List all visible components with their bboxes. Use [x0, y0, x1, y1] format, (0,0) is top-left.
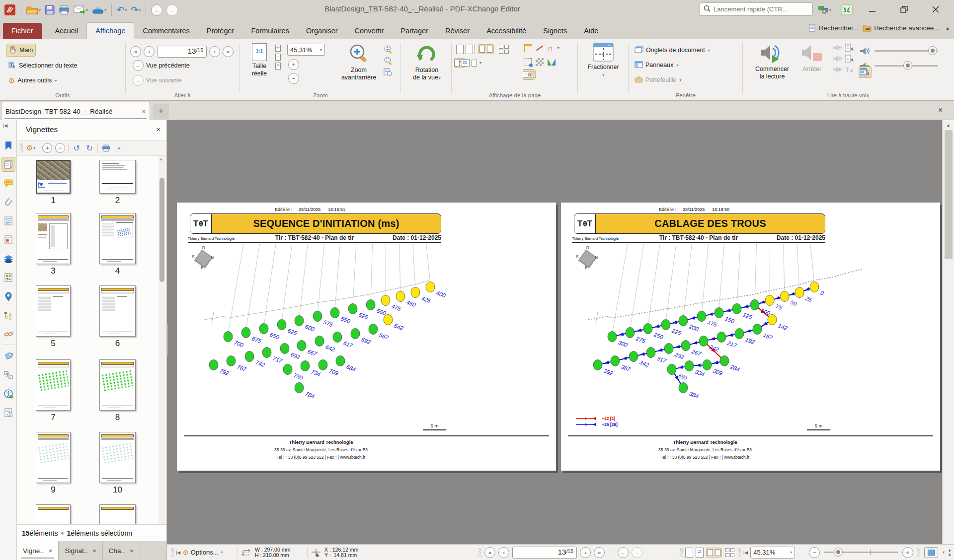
page-number-field[interactable]: 13/15 [157, 46, 207, 58]
restore-button[interactable] [893, 2, 916, 17]
zoom-in-button[interactable]: + [288, 59, 299, 70]
page-thumbnail-9[interactable] [36, 432, 71, 483]
links-panel-icon[interactable] [1, 327, 15, 342]
print-button[interactable] [58, 3, 71, 16]
close-button[interactable] [924, 2, 947, 17]
open-file-button[interactable]: ▾ [25, 3, 42, 16]
status-next-page-button[interactable]: › [580, 547, 591, 558]
page-thumbnail-7[interactable] [36, 359, 71, 411]
minimize-button[interactable] [861, 2, 884, 17]
status-zoom-slider[interactable] [824, 552, 898, 553]
tab-champs[interactable]: Cha..× [103, 541, 140, 560]
status-options-button[interactable]: Options... [191, 549, 219, 556]
close-icon[interactable]: × [92, 547, 96, 555]
fit-height-icon[interactable]: ↕ [523, 71, 528, 78]
layers-panel-icon[interactable] [1, 251, 15, 266]
panel-scroll-up-icon[interactable]: ▴ [160, 157, 162, 161]
zoom-out-button[interactable]: − [288, 73, 299, 84]
read-next-icon[interactable] [833, 55, 842, 63]
read-prev-icon[interactable] [833, 44, 842, 52]
status-last-page-button[interactable]: » [594, 547, 605, 558]
quick-launch-search[interactable] [700, 2, 813, 16]
zoom-in-out-button[interactable]: Zoomavant/arrière [329, 42, 389, 81]
status-two-page-icon[interactable] [706, 548, 722, 558]
status-zoom-combo[interactable]: 45.31%▾ [750, 547, 795, 559]
destinations-panel-icon[interactable] [1, 289, 15, 304]
zoom-level-combo[interactable]: 45.31%▾ [287, 44, 325, 56]
stop-reading-button[interactable]: Arrêter [798, 41, 826, 73]
zoom-vertical-icon[interactable] [384, 45, 393, 54]
single-page-icon[interactable] [456, 45, 464, 54]
close-icon[interactable]: × [49, 547, 53, 555]
fit-page-icon[interactable]: ✛ [275, 45, 281, 52]
document-tabs-button[interactable]: Onglets de document▾ [632, 44, 713, 57]
snap-magnet-icon[interactable]: ∩ [548, 44, 553, 52]
status-first-page-button[interactable]: « [484, 547, 495, 558]
page-thumbnail-1[interactable] [36, 160, 71, 194]
bookmarks-panel-icon[interactable] [1, 138, 15, 153]
page-thumbnail-3[interactable] [36, 213, 71, 264]
tags-panel-icon[interactable] [1, 349, 15, 363]
previous-view-button[interactable]: ← [150, 3, 163, 16]
tab-bar-close-icon[interactable]: × [938, 106, 943, 115]
menu-tab-protéger[interactable]: Protéger [198, 23, 243, 39]
page-thumbnail-8[interactable] [99, 359, 136, 411]
page-thumbnail-12[interactable] [99, 504, 136, 524]
document-tab-close-icon[interactable]: × [142, 108, 146, 115]
more-tools-icon[interactable]: » [114, 142, 124, 154]
fields-panel-icon[interactable] [1, 213, 15, 228]
main-tool-button[interactable]: Main [6, 44, 36, 57]
menu-tab-aide[interactable]: Aide [575, 23, 607, 39]
last-page-button[interactable]: » [223, 46, 234, 57]
guides-icon[interactable] [536, 44, 544, 52]
next-view-ribbon-button[interactable]: → Vue suivante [130, 74, 184, 87]
structure-panel-icon[interactable] [1, 308, 15, 323]
menu-tab-accessibilité[interactable]: Accessibilité [478, 23, 535, 39]
rotate-cw-icon[interactable]: ↻ [84, 142, 94, 154]
menu-tab-fichier[interactable]: Fichier [3, 23, 42, 39]
page-thumbnail-2[interactable] [99, 160, 136, 194]
start-reading-button[interactable]: Commencerla lecture [747, 41, 797, 80]
color-mode-icon[interactable] [548, 59, 556, 66]
read-document-icon[interactable] [845, 55, 855, 63]
status-zoom-in-button[interactable]: + [902, 547, 913, 558]
rulers-icon[interactable] [524, 44, 532, 52]
facing-pages-icon[interactable] [466, 45, 473, 54]
close-icon[interactable]: × [130, 547, 134, 555]
tab-signatures[interactable]: Signat..× [59, 541, 102, 560]
menu-tab-formulaires[interactable]: Formulaires [242, 23, 298, 39]
other-tools-button[interactable]: ⚙ Autres outils▾ [6, 74, 59, 87]
document-view-area[interactable]: Edité le : 28/11/2025 16:16:51 TT SEQUEN… [167, 120, 942, 544]
cover-mode-icon[interactable] [472, 60, 477, 67]
status-continuous-icon[interactable]: ⇄ [696, 548, 704, 558]
menu-tab-organiser[interactable]: Organiser [298, 23, 346, 39]
status-previous-view-button[interactable]: ← [618, 547, 629, 558]
pan-and-zoom-button[interactable] [924, 547, 938, 558]
rotate-ccw-icon[interactable]: ↺ [72, 142, 81, 154]
layout-more-chevron[interactable]: ▾ [479, 61, 481, 65]
print-thumbs-icon[interactable] [101, 142, 111, 154]
next-page-button[interactable]: › [209, 46, 220, 57]
panel-options-gear-icon[interactable]: ⚙▾ [26, 142, 36, 154]
search-document-button[interactable]: Rechercher... [809, 24, 859, 32]
two-one-pages-icon[interactable]: 21 [462, 59, 470, 67]
tab-vignettes[interactable]: Vigne..× [17, 541, 59, 560]
read-settings-icon[interactable] [859, 67, 871, 77]
collapse-panel-icon[interactable]: |◀ [3, 123, 7, 128]
portfolio-button[interactable]: Portefeuille▾ [632, 73, 684, 86]
signatures-panel-icon[interactable] [1, 232, 15, 247]
fit-width-icon[interactable]: ↔ [275, 54, 281, 61]
next-view-button[interactable]: → [165, 3, 179, 16]
volume-slider[interactable] [874, 50, 938, 52]
snap-chevron[interactable]: ▾ [557, 46, 559, 50]
status-single-page-icon[interactable] [685, 548, 693, 558]
rotate-view-button[interactable]: Rotationde la vue▾ [405, 42, 448, 82]
advanced-search-button[interactable]: Recherche avancée... [863, 24, 939, 32]
email-button[interactable]: ▾ [73, 3, 89, 16]
new-tab-button[interactable]: + [153, 104, 169, 119]
status-zoom-out-button[interactable]: − [809, 547, 820, 558]
status-previous-page-button[interactable]: ‹ [498, 547, 509, 558]
page-thumbnail-4[interactable] [99, 213, 136, 264]
menu-tab-affichage[interactable]: Affichage [86, 22, 134, 39]
two-page-view-icon[interactable] [478, 44, 494, 54]
